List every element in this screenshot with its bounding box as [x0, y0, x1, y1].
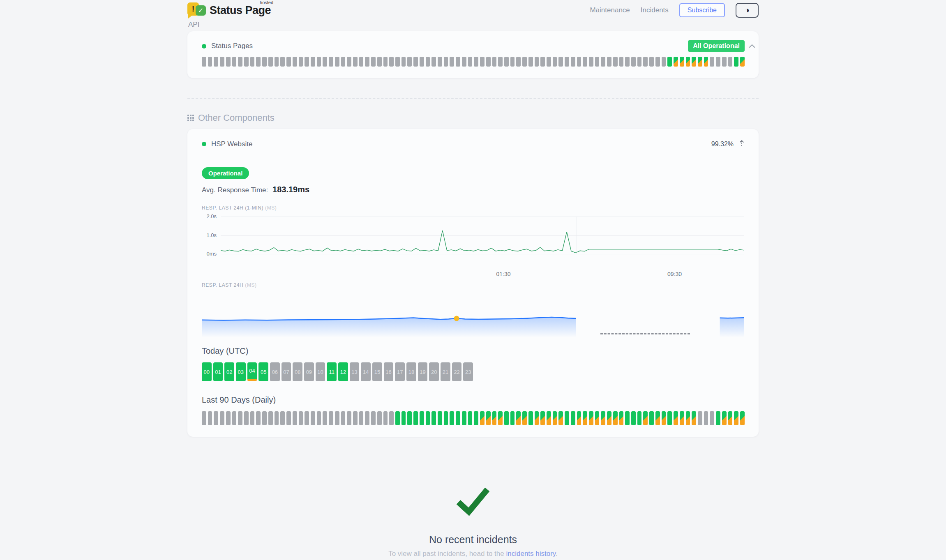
uptime-bar[interactable]: [305, 411, 309, 425]
hour-block-22[interactable]: 22: [452, 362, 462, 381]
uptime-bar[interactable]: [486, 57, 491, 67]
uptime-bar[interactable]: [317, 57, 321, 67]
hour-block-12[interactable]: 12: [338, 362, 348, 381]
uptime-bar[interactable]: [335, 411, 339, 425]
uptime-bar[interactable]: [649, 411, 654, 425]
uptime-bar[interactable]: [607, 411, 611, 425]
hour-block-21[interactable]: 21: [441, 362, 450, 381]
uptime-bar[interactable]: [734, 411, 738, 425]
uptime-bar[interactable]: [535, 57, 539, 67]
uptime-bar[interactable]: [244, 411, 249, 425]
hour-block-16[interactable]: 16: [384, 362, 394, 381]
uptime-bar[interactable]: [420, 57, 424, 67]
uptime-bar[interactable]: [716, 57, 720, 67]
uptime-bar[interactable]: [522, 411, 527, 425]
uptime-bar[interactable]: [716, 411, 720, 425]
uptime-bar[interactable]: [365, 411, 369, 425]
uptime-bar[interactable]: [625, 411, 630, 425]
uptime-bar[interactable]: [686, 411, 690, 425]
hour-block-23[interactable]: 23: [463, 362, 473, 381]
uptime-bar[interactable]: [571, 411, 575, 425]
uptime-bar[interactable]: [371, 411, 376, 425]
uptime-bar[interactable]: [637, 411, 642, 425]
uptime-bar[interactable]: [468, 411, 473, 425]
uptime-bar[interactable]: [413, 57, 418, 67]
hour-block-13[interactable]: 13: [350, 362, 360, 381]
uptime-bar[interactable]: [401, 411, 406, 425]
uptime-bar[interactable]: [250, 411, 255, 425]
hour-block-09[interactable]: 09: [304, 362, 314, 381]
uptime-bar[interactable]: [571, 57, 575, 67]
uptime-bar[interactable]: [365, 57, 369, 67]
uptime-bar[interactable]: [474, 57, 478, 67]
uptime-bar[interactable]: [613, 411, 618, 425]
uptime-bar[interactable]: [293, 411, 297, 425]
uptime-bar[interactable]: [293, 57, 297, 67]
uptime-bar[interactable]: [655, 411, 660, 425]
logo[interactable]: ! ✓ hosted Status Page: [187, 2, 271, 19]
uptime-bar[interactable]: [450, 57, 454, 67]
uptime-bar[interactable]: [371, 57, 376, 67]
uptime-bar[interactable]: [286, 57, 291, 67]
uptime-bar[interactable]: [667, 57, 672, 67]
uptime-bar[interactable]: [450, 411, 454, 425]
hour-block-11[interactable]: 11: [327, 362, 337, 381]
hour-block-14[interactable]: 14: [361, 362, 371, 381]
incidents-history-link[interactable]: incidents history: [506, 550, 556, 558]
uptime-bar[interactable]: [528, 57, 533, 67]
uptime-bar[interactable]: [692, 57, 696, 67]
uptime-bar[interactable]: [680, 411, 684, 425]
uptime-bar[interactable]: [226, 57, 231, 67]
uptime-bar[interactable]: [698, 57, 702, 67]
hour-block-10[interactable]: 10: [316, 362, 325, 381]
data-point-marker[interactable]: [454, 316, 459, 321]
uptime-bar[interactable]: [558, 57, 563, 67]
uptime-bar[interactable]: [238, 57, 242, 67]
hour-block-08[interactable]: 08: [293, 362, 302, 381]
uptime-bar[interactable]: [407, 57, 412, 67]
uptime-bar[interactable]: [444, 411, 448, 425]
uptime-bar[interactable]: [553, 411, 557, 425]
uptime-bar[interactable]: [311, 57, 315, 67]
uptime-bar[interactable]: [528, 411, 533, 425]
uptime-bar[interactable]: [535, 411, 539, 425]
uptime-bar[interactable]: [389, 57, 394, 67]
uptime-bar[interactable]: [710, 411, 714, 425]
uptime-bar[interactable]: [401, 57, 406, 67]
uptime-bar[interactable]: [710, 57, 714, 67]
uptime-bar[interactable]: [583, 411, 587, 425]
hour-block-18[interactable]: 18: [406, 362, 416, 381]
uptime-bar[interactable]: [305, 57, 309, 67]
uptime-bar[interactable]: [407, 411, 412, 425]
uptime-bar[interactable]: [444, 57, 448, 67]
uptime-bar[interactable]: [377, 411, 382, 425]
uptime-bar[interactable]: [625, 57, 630, 67]
hour-block-20[interactable]: 20: [429, 362, 439, 381]
uptime-bar[interactable]: [498, 57, 503, 67]
uptime-bar[interactable]: [589, 57, 593, 67]
uptime-bar[interactable]: [226, 411, 231, 425]
uptime-bar[interactable]: [238, 411, 242, 425]
uptime-bar[interactable]: [262, 411, 267, 425]
uptime-bar[interactable]: [601, 411, 605, 425]
uptime-bar[interactable]: [547, 411, 551, 425]
uptime-bar[interactable]: [547, 57, 551, 67]
uptime-bar[interactable]: [202, 411, 206, 425]
uptime-bar[interactable]: [577, 57, 581, 67]
uptime-bar[interactable]: [722, 411, 727, 425]
uptime-bar[interactable]: [583, 57, 587, 67]
uptime-bar[interactable]: [577, 411, 581, 425]
uptime-bar[interactable]: [704, 411, 708, 425]
uptime-bar[interactable]: [329, 411, 333, 425]
uptime-bar[interactable]: [456, 57, 460, 67]
uptime-bar[interactable]: [558, 411, 563, 425]
uptime-bar[interactable]: [522, 57, 527, 67]
overall-status-widget[interactable]: All Operational: [688, 40, 755, 52]
uptime-bar[interactable]: [607, 57, 611, 67]
uptime-bar[interactable]: [208, 411, 212, 425]
hour-block-15[interactable]: 15: [372, 362, 382, 381]
uptime-bar[interactable]: [438, 411, 442, 425]
uptime-bar[interactable]: [462, 57, 466, 67]
uptime-bar[interactable]: [214, 57, 218, 67]
uptime-bar[interactable]: [383, 411, 388, 425]
